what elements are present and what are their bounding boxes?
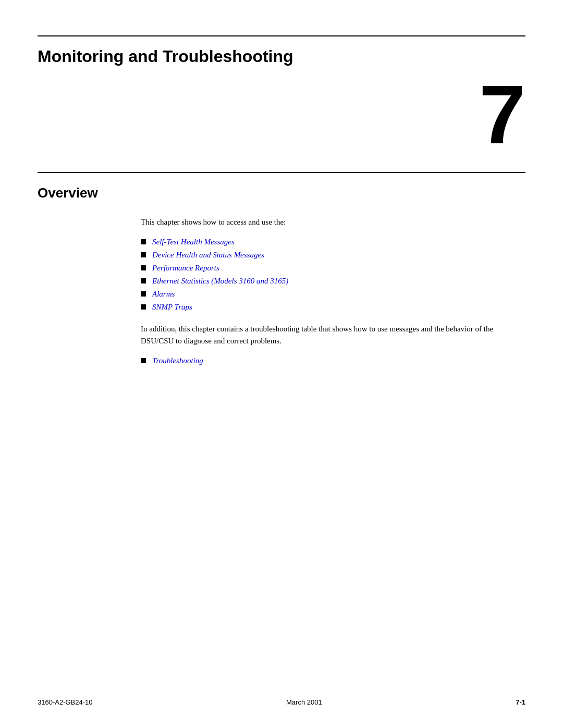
chapter-title: Monitoring and Troubleshooting — [38, 47, 293, 66]
bullet-icon — [141, 252, 146, 257]
bullet-icon — [141, 304, 146, 310]
link-alarms[interactable]: Alarms — [152, 290, 175, 299]
bullet-list: Self-Test Health Messages Device Health … — [141, 238, 525, 312]
link-performance-reports[interactable]: Performance Reports — [152, 264, 219, 273]
bullet-icon — [141, 278, 146, 283]
list-item: Self-Test Health Messages — [141, 238, 525, 246]
list-item: Performance Reports — [141, 264, 525, 273]
chapter-number: 7 — [479, 73, 525, 156]
bullet-icon — [141, 239, 146, 244]
list-item: SNMP Traps — [141, 303, 525, 312]
link-self-test[interactable]: Self-Test Health Messages — [152, 238, 235, 246]
bullet-icon — [141, 265, 146, 270]
footer-left: 3160-A2-GB24-10 — [38, 698, 93, 706]
link-device-health[interactable]: Device Health and Status Messages — [152, 251, 264, 260]
top-rule — [38, 35, 525, 36]
footer: 3160-A2-GB24-10 March 2001 7-1 — [38, 698, 525, 706]
list-item-troubleshooting: Troubleshooting — [141, 356, 525, 365]
paragraph-text: In addition, this chapter contains a tro… — [141, 323, 525, 348]
list-item: Alarms — [141, 290, 525, 299]
intro-text: This chapter shows how to access and use… — [141, 216, 525, 228]
page-container: Monitoring and Troubleshooting 7 Overvie… — [0, 0, 563, 728]
link-snmp-traps[interactable]: SNMP Traps — [152, 303, 192, 312]
bullet-icon — [141, 291, 146, 297]
bullet-icon — [141, 358, 146, 363]
link-troubleshooting[interactable]: Troubleshooting — [152, 356, 203, 365]
list-item: Ethernet Statistics (Models 3160 and 316… — [141, 277, 525, 286]
overview-heading: Overview — [38, 185, 98, 201]
link-ethernet-statistics[interactable]: Ethernet Statistics (Models 3160 and 316… — [152, 277, 288, 286]
footer-right: 7-1 — [516, 698, 525, 706]
content-area: This chapter shows how to access and use… — [141, 216, 525, 377]
troubleshooting-list: Troubleshooting — [141, 356, 525, 365]
list-item: Device Health and Status Messages — [141, 251, 525, 260]
mid-rule — [38, 172, 525, 173]
footer-center: March 2001 — [286, 698, 322, 706]
